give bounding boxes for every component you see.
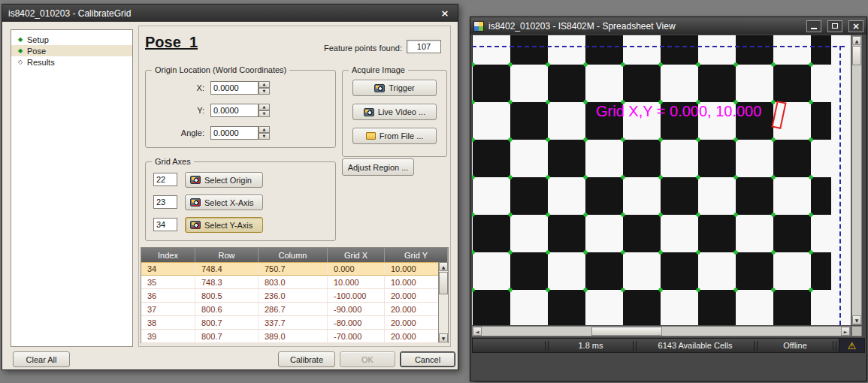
cell-grid-x: -100.000 [328, 289, 385, 302]
scrollbar-thumb[interactable] [439, 272, 448, 294]
warning-icon[interactable]: ⚠ [839, 339, 864, 352]
spin-down-icon[interactable]: ▼ [259, 88, 270, 95]
select-x-axis-label: Select X-Axis [204, 198, 253, 207]
cell-row: 800.7 [195, 330, 259, 342]
status-separator [545, 341, 549, 351]
col-header-column: Column [259, 248, 328, 262]
scrollbar-thumb[interactable] [852, 46, 861, 65]
x-label: X: [146, 83, 204, 92]
status-bar: 1.8 ms 6143 Available Cells Offline ⚠ [472, 338, 865, 353]
table-scrollbar[interactable]: ▲ ▼ [438, 262, 448, 342]
table-row[interactable]: 35 748.3 803.0 10.000 10.000 [141, 276, 448, 289]
spin-down-icon[interactable]: ▼ [259, 110, 270, 117]
cell-index: 34 [141, 263, 195, 275]
angle-spinner: ▲ ▼ [259, 126, 270, 140]
cancel-label: Cancel [415, 355, 440, 364]
clear-all-button[interactable]: Clear All [13, 351, 70, 367]
cell-grid-x: -90.000 [328, 303, 385, 315]
select-x-axis-button[interactable]: Select X-Axis [185, 195, 263, 210]
spin-up-icon[interactable]: ▲ [259, 104, 270, 110]
calibrate-button[interactable]: Calibrate [278, 351, 335, 367]
spin-down-icon[interactable]: ▼ [259, 133, 270, 140]
origin-index-field[interactable] [153, 173, 177, 186]
video-camera-icon [364, 108, 374, 116]
trigger-button[interactable]: Trigger [352, 80, 437, 96]
tree-item-pose[interactable]: ◆ Pose [11, 45, 132, 56]
acquire-image-legend: Acquire Image [349, 65, 408, 74]
table-row[interactable]: 39 800.7 389.0 -70.000 20.000 [141, 330, 448, 343]
cell-column: 286.7 [259, 303, 328, 315]
scroll-right-icon[interactable]: ► [841, 327, 850, 336]
x-field[interactable] [210, 81, 259, 95]
tree-item-label: Setup [27, 35, 49, 44]
tree-item-setup[interactable]: ◆ Setup [11, 34, 132, 45]
camera-icon [374, 84, 385, 92]
pose-tree: ◆ Setup ◆ Pose ◇ Results [11, 29, 133, 347]
col-header-index: Index [141, 248, 195, 262]
cell-column: 236.0 [259, 289, 328, 302]
close-icon: × [852, 22, 860, 31]
minimize-button[interactable] [806, 20, 821, 32]
close-icon[interactable]: × [438, 8, 452, 20]
pick-y-axis-icon [190, 221, 201, 229]
close-button[interactable]: × [848, 20, 863, 32]
scroll-up-icon[interactable]: ▲ [439, 262, 448, 271]
horizontal-scrollbar[interactable]: ◄ ► [472, 326, 851, 336]
grid-boundary-right-line [839, 46, 841, 325]
cell-column: 389.0 [259, 330, 328, 342]
x-spinner: ▲ ▼ [259, 81, 270, 95]
ok-label: OK [361, 355, 374, 364]
table-row[interactable]: 37 800.6 286.7 -90.000 20.000 [141, 303, 448, 316]
live-video-button[interactable]: Live Video ... [352, 104, 437, 120]
cell-grid-y: 20.000 [385, 289, 440, 302]
table-row[interactable]: 34 748.4 750.7 0.000 10.000 [141, 262, 448, 276]
cancel-button[interactable]: Cancel [400, 351, 455, 367]
maximize-button[interactable] [827, 20, 842, 32]
from-file-button[interactable]: From File ... [352, 128, 437, 144]
x-axis-index-field[interactable] [153, 195, 177, 209]
table-row[interactable]: 36 800.5 236.0 -100.000 20.000 [141, 289, 448, 303]
cell-grid-y: 20.000 [385, 330, 440, 342]
cell-row: 800.5 [195, 289, 259, 302]
scrollbar-thumb[interactable] [591, 327, 662, 336]
pick-x-axis-icon [190, 198, 201, 207]
scroll-up-icon[interactable]: ▲ [852, 36, 861, 45]
tree-item-results[interactable]: ◇ Results [11, 56, 132, 68]
acquire-image-group: Acquire Image Trigger Live Video ... Fro… [342, 70, 447, 157]
select-y-axis-button[interactable]: Select Y-Axis [185, 217, 263, 233]
table-row[interactable]: 38 800.7 337.7 -80.000 20.000 [141, 316, 448, 330]
grid-coordinates-overlay: Grid X,Y = 0.000, 10.000 [596, 103, 761, 120]
scroll-left-icon[interactable]: ◄ [473, 327, 482, 336]
scroll-down-icon[interactable]: ▼ [439, 333, 448, 342]
cell-row: 800.6 [195, 303, 259, 315]
calibration-grid-image[interactable]: Grid X,Y = 0.000, 10.000 [472, 35, 851, 325]
y-axis-row: Select Y-Axis [146, 217, 335, 233]
origin-marker [771, 101, 786, 129]
select-origin-label: Select Origin [204, 176, 252, 185]
cell-index: 36 [141, 289, 195, 302]
select-y-axis-label: Select Y-Axis [204, 221, 253, 230]
y-field[interactable] [210, 104, 259, 117]
cell-row: 748.4 [195, 263, 259, 275]
angle-field[interactable] [210, 126, 259, 140]
cell-index: 35 [141, 276, 195, 288]
cell-grid-y: 20.000 [385, 316, 440, 329]
cell-row: 800.7 [195, 316, 259, 329]
live-video-button-label: Live Video ... [378, 107, 425, 116]
select-origin-button[interactable]: Select Origin [185, 172, 263, 188]
scroll-down-icon[interactable]: ▼ [852, 315, 861, 324]
origin-location-group: Origin Location (World Coordinates) X: ▲… [145, 70, 336, 148]
cell-column: 750.7 [259, 263, 328, 275]
spreadsheet-window-title: is8402_010203 - IS8402M - Spreadsheet Vi… [488, 21, 800, 32]
y-row: Y: ▲ ▼ [146, 104, 335, 118]
spreadsheet-window-titlebar[interactable]: is8402_010203 - IS8402M - Spreadsheet Vi… [470, 17, 866, 35]
adjust-region-button[interactable]: Adjust Region ... [342, 158, 414, 176]
vertical-scrollbar[interactable]: ▲ ▼ [851, 35, 862, 325]
calibrate-window-titlebar[interactable]: is8402_010203 - CalibrateGrid × [2, 5, 458, 22]
calibrate-grid-window: is8402_010203 - CalibrateGrid × ◆ Setup … [2, 4, 458, 370]
y-axis-index-field[interactable] [153, 218, 177, 231]
x-row: X: ▲ ▼ [146, 81, 335, 95]
spin-up-icon[interactable]: ▲ [259, 126, 270, 133]
ok-button[interactable]: OK [340, 351, 395, 367]
spin-up-icon[interactable]: ▲ [259, 81, 270, 88]
